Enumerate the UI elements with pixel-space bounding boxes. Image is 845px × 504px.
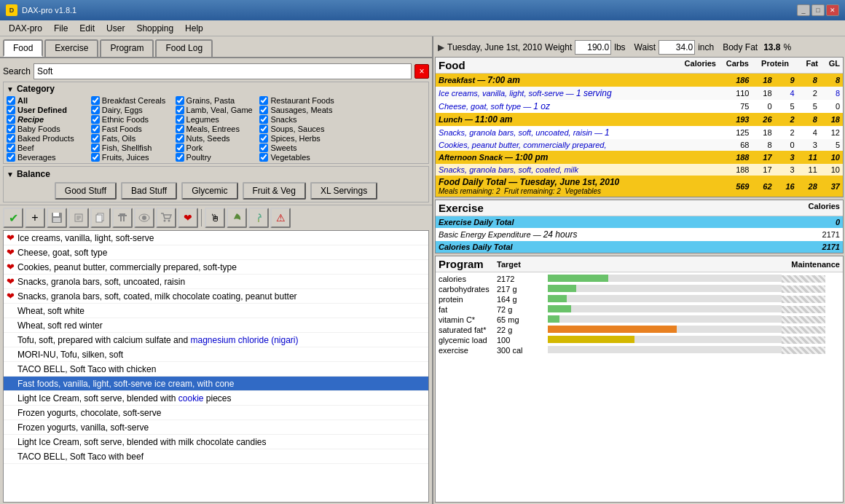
maximize-button[interactable]: □ bbox=[811, 4, 825, 16]
cart-button[interactable] bbox=[156, 208, 176, 228]
food-item-8[interactable]: ❤ Tofu, soft, prepared with calcium sulf… bbox=[4, 333, 428, 347]
cat-all[interactable]: All bbox=[7, 96, 88, 105]
food-row-4[interactable]: Cookies, peanut butter, commercially pre… bbox=[436, 139, 843, 151]
cat-fish-shellfish[interactable]: Fish, Shellfish bbox=[91, 143, 173, 152]
waist-input[interactable] bbox=[659, 40, 695, 55]
cat-meals-entrees[interactable]: Meals, Entrees bbox=[176, 125, 257, 133]
prog-row-glycemic-load: glycemic load 100 bbox=[436, 335, 843, 345]
cat-user-defined[interactable]: User Defined bbox=[7, 106, 88, 114]
cat-nuts-seeds[interactable]: Nuts, Seeds bbox=[176, 134, 257, 143]
cat-snacks[interactable]: Snacks bbox=[259, 115, 341, 124]
heart-button[interactable]: ❤ bbox=[178, 208, 198, 228]
food-item-14[interactable]: ❤ Frozen yogurts, vanilla, soft-serve bbox=[4, 420, 428, 435]
fruit-veg-button[interactable]: Fruit & Veg bbox=[243, 182, 306, 200]
cat-baked-products[interactable]: Baked Products bbox=[7, 134, 88, 143]
copy-button[interactable] bbox=[90, 208, 111, 228]
cat-fruits-juices[interactable]: Fruits, Juices bbox=[91, 153, 173, 162]
food-item-16[interactable]: ❤ TACO BELL, Soft Taco with beef bbox=[4, 449, 428, 464]
search-clear-button[interactable]: × bbox=[414, 64, 429, 79]
window-controls[interactable]: _ □ ✕ bbox=[797, 4, 839, 16]
add-button[interactable]: + bbox=[25, 208, 45, 228]
leaf-button[interactable] bbox=[227, 208, 247, 228]
menu-shopping[interactable]: Shopping bbox=[130, 22, 179, 35]
cat-soups-sauces[interactable]: Soups, Sauces bbox=[259, 125, 341, 133]
minimize-button[interactable]: _ bbox=[797, 4, 810, 16]
program-section: Program Target Maintenance calories 2172… bbox=[435, 256, 844, 503]
good-stuff-button[interactable]: Good Stuff bbox=[55, 182, 117, 200]
cat-sweets[interactable]: Sweets bbox=[259, 143, 341, 152]
exercise-table: Exercise Daily Total 0 Basic Energy Expe… bbox=[436, 216, 843, 253]
food-list[interactable]: ❤ Ice creams, vanilla, light, soft-serve… bbox=[3, 230, 429, 503]
play-button[interactable]: ▶ bbox=[438, 42, 444, 52]
food-item-5[interactable]: ❤ Snacks, granola bars, soft, coated, mi… bbox=[4, 289, 428, 304]
food-item-10[interactable]: ❤ TACO BELL, Soft Taco with chicken bbox=[4, 362, 428, 377]
food-item-6[interactable]: ❤ Wheat, soft white bbox=[4, 304, 428, 318]
cat-recipe[interactable]: Recipe bbox=[7, 115, 88, 124]
edit-button[interactable] bbox=[68, 208, 89, 228]
food-item-4[interactable]: ❤ Snacks, granola bars, soft, uncoated, … bbox=[4, 275, 428, 289]
search-input[interactable] bbox=[34, 63, 412, 79]
save-button[interactable] bbox=[47, 208, 67, 228]
cat-pork[interactable]: Pork bbox=[176, 143, 257, 152]
food-row-2[interactable]: Cheese, goat, soft type — 1 oz 75 0 5 5 … bbox=[436, 100, 843, 113]
cat-poultry[interactable]: Poultry bbox=[176, 153, 257, 162]
food-row-3[interactable]: Snacks, granola bars, soft, uncoated, ra… bbox=[436, 126, 843, 139]
food-item-label: TACO BELL, Soft Taco with chicken bbox=[17, 364, 156, 374]
cat-dairy-eggs[interactable]: Dairy, Eggs bbox=[91, 106, 173, 114]
cat-vegetables[interactable]: Vegetables bbox=[259, 153, 341, 162]
col-carbs: Carbs bbox=[716, 59, 749, 71]
cat-beverages[interactable]: Beverages bbox=[7, 153, 88, 162]
xl-servings-button[interactable]: XL Servings bbox=[310, 182, 377, 200]
food-item-13[interactable]: ❤ Frozen yogurts, chocolate, soft-serve bbox=[4, 406, 428, 420]
heart-icon: ❤ bbox=[7, 276, 15, 287]
alert-button[interactable]: ⚠ bbox=[270, 208, 291, 228]
cat-restaurant-foods[interactable]: Restaurant Foods bbox=[259, 96, 341, 105]
delete-button[interactable] bbox=[112, 208, 133, 228]
food-item-11[interactable]: ❤ Fast foods, vanilla, light, soft-serve… bbox=[4, 377, 428, 391]
menu-edit[interactable]: Edit bbox=[74, 22, 101, 35]
food-label: Ice creams, vanilla, light, soft-serve —… bbox=[436, 87, 723, 100]
food-link[interactable]: cookie bbox=[178, 393, 204, 403]
check-button[interactable]: ✔ bbox=[3, 208, 23, 228]
heart-icon: ❤ bbox=[7, 261, 15, 272]
tab-exercise[interactable]: Exercise bbox=[44, 39, 98, 57]
food-item-label: Snacks, granola bars, soft, uncoated, ra… bbox=[17, 277, 185, 287]
tab-program[interactable]: Program bbox=[100, 39, 154, 57]
cat-lamb-veal[interactable]: Lamb, Veal, Game bbox=[176, 106, 257, 114]
menu-user[interactable]: User bbox=[101, 22, 130, 35]
cat-fast-foods[interactable]: Fast Foods bbox=[91, 125, 173, 133]
food-row-1[interactable]: Ice creams, vanilla, light, soft-serve —… bbox=[436, 87, 843, 100]
sprout-button[interactable] bbox=[248, 208, 269, 228]
food-row-5[interactable]: Snacks, granola bars, soft, coated, milk… bbox=[436, 164, 843, 176]
cat-grains-pasta[interactable]: Grains, Pasta bbox=[176, 96, 257, 105]
cursor-button[interactable]: 🖱 bbox=[205, 208, 225, 228]
menu-dax[interactable]: DAX-pro bbox=[3, 22, 48, 35]
food-item-1[interactable]: ❤ Ice creams, vanilla, light, soft-serve bbox=[4, 231, 428, 245]
menu-file[interactable]: File bbox=[48, 22, 74, 35]
tab-food[interactable]: Food bbox=[3, 39, 43, 57]
cat-ethnic-foods[interactable]: Ethnic Foods bbox=[91, 115, 173, 124]
menu-help[interactable]: Help bbox=[179, 22, 209, 35]
cat-breakfast-cereals[interactable]: Breakfast Cereals bbox=[91, 96, 173, 105]
cat-spices-herbs[interactable]: Spices, Herbs bbox=[259, 134, 341, 143]
weight-input[interactable] bbox=[575, 40, 611, 55]
cat-legumes[interactable]: Legumes bbox=[176, 115, 257, 124]
food-item-2[interactable]: ❤ Cheese, goat, soft type bbox=[4, 245, 428, 260]
food-item-15[interactable]: ❤ Light Ice Cream, soft serve, blended w… bbox=[4, 435, 428, 449]
close-button[interactable]: ✕ bbox=[826, 4, 839, 16]
food-item-9[interactable]: ❤ MORI-NU, Tofu, silken, soft bbox=[4, 347, 428, 362]
food-item-12[interactable]: ❤ Light Ice Cream, soft serve, blended w… bbox=[4, 391, 428, 406]
cat-fats-oils[interactable]: Fats, Oils bbox=[91, 134, 173, 143]
meal-label: Afternoon Snack — 1:00 pm bbox=[436, 151, 723, 164]
food-link[interactable]: magnesium chloride (nigari) bbox=[190, 335, 298, 345]
glycemic-button[interactable]: Glycemic bbox=[181, 182, 237, 200]
category-header[interactable]: ▼ Category bbox=[7, 84, 425, 94]
view-button[interactable] bbox=[134, 208, 154, 228]
bad-stuff-button[interactable]: Bad Stuff bbox=[121, 182, 177, 200]
cat-sausages-meats[interactable]: Sausages, Meats bbox=[259, 106, 341, 114]
food-item-7[interactable]: ❤ Wheat, soft red winter bbox=[4, 318, 428, 333]
cat-beef[interactable]: Beef bbox=[7, 143, 88, 152]
cat-baby-foods[interactable]: Baby Foods bbox=[7, 125, 88, 133]
food-item-3[interactable]: ❤ Cookies, peanut butter, commercially p… bbox=[4, 260, 428, 275]
tab-food-log[interactable]: Food Log bbox=[155, 39, 213, 57]
